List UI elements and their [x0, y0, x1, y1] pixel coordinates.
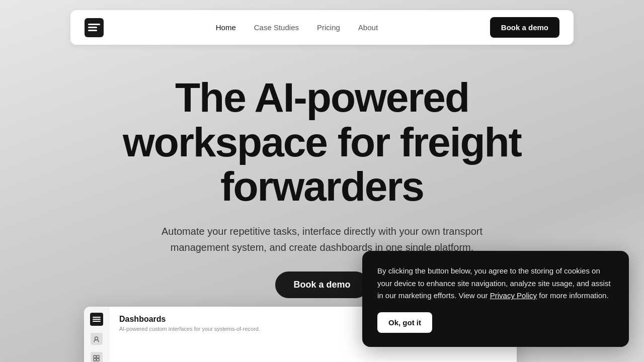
cookie-accept-button[interactable]: Ok, got it — [377, 312, 432, 333]
nav-home[interactable]: Home — [216, 23, 236, 32]
dashboard-sidebar — [84, 307, 109, 362]
navbar-nav: Home Case Studies Pricing About — [216, 23, 378, 32]
sidebar-icon-2 — [91, 352, 103, 362]
sidebar-logo-icon — [90, 313, 103, 326]
nav-about[interactable]: About — [358, 23, 378, 32]
svg-point-0 — [95, 337, 98, 340]
svg-rect-2 — [97, 355, 99, 358]
navbar-right: Book a demo — [490, 17, 559, 38]
book-demo-hero-button[interactable]: Book a demo — [275, 272, 368, 298]
svg-rect-1 — [94, 355, 96, 358]
sidebar-icon-1 — [91, 333, 103, 345]
svg-rect-3 — [94, 358, 96, 361]
navbar-left — [85, 18, 104, 37]
nav-pricing[interactable]: Pricing — [317, 23, 340, 32]
nav-case-studies[interactable]: Case Studies — [254, 23, 299, 32]
hero-title: The AI-powered workspace for freight for… — [101, 75, 543, 209]
cookie-banner: By clicking the button below, you agree … — [362, 251, 629, 347]
navbar: Home Case Studies Pricing About Book a d… — [70, 10, 574, 45]
hero-cta: Book a demo — [275, 272, 368, 298]
privacy-policy-link[interactable]: Privacy Policy — [490, 291, 537, 300]
logo-icon — [85, 18, 104, 37]
book-demo-nav-button[interactable]: Book a demo — [490, 17, 559, 38]
cookie-text: By clicking the button below, you agree … — [377, 265, 614, 302]
cookie-text-after: for more information. — [537, 291, 609, 300]
svg-rect-4 — [97, 358, 99, 361]
